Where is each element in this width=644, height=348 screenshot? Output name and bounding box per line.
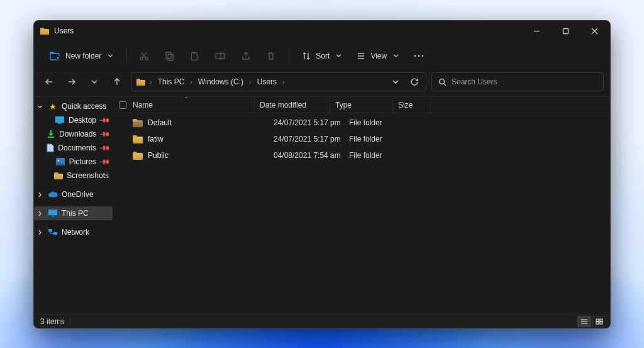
- column-label: Size: [398, 101, 413, 109]
- ellipsis-icon: [414, 54, 424, 58]
- breadcrumb-segment[interactable]: This PC: [154, 76, 189, 87]
- separator: [289, 49, 289, 63]
- pin-icon: 📌: [99, 142, 110, 154]
- chevron-right-icon: ›: [282, 78, 286, 86]
- tree-item-pictures[interactable]: Pictures 📌: [34, 155, 113, 169]
- separator: [126, 49, 126, 63]
- tree-quick-access[interactable]: ★ Quick access: [34, 99, 113, 113]
- svg-point-24: [440, 79, 445, 84]
- view-button[interactable]: View: [350, 45, 405, 67]
- chevron-right-icon: [35, 230, 44, 235]
- column-header-date[interactable]: Date modified: [255, 97, 330, 113]
- thumbnails-view-button[interactable]: [592, 316, 606, 327]
- svg-rect-31: [48, 210, 57, 215]
- tree-this-pc[interactable]: This PC: [34, 206, 113, 220]
- chevron-right-icon: [35, 211, 44, 216]
- address-bar[interactable]: › This PC › Windows (C:) › Users ›: [131, 72, 426, 91]
- trash-icon: [266, 51, 276, 61]
- maximize-button[interactable]: [551, 21, 580, 40]
- cloud-icon: [48, 189, 58, 199]
- pin-icon: 📌: [99, 115, 110, 126]
- address-history-button[interactable]: [387, 73, 404, 91]
- star-icon: ★: [48, 101, 58, 111]
- column-headers: Name ˄ Date modified Type Size: [113, 97, 610, 113]
- title-bar[interactable]: Users: [34, 21, 610, 41]
- separator: [70, 318, 70, 325]
- delete-button[interactable]: [260, 45, 282, 67]
- svg-rect-33: [48, 229, 52, 232]
- back-button[interactable]: [40, 73, 58, 91]
- chevron-right-icon: ›: [149, 78, 153, 86]
- breadcrumb-segment[interactable]: Windows (C:): [194, 76, 247, 87]
- breadcrumb-label: This PC: [158, 77, 185, 86]
- chevron-right-icon: ›: [189, 78, 193, 86]
- tree-label: Desktop: [69, 116, 96, 125]
- clipboard-icon: [189, 51, 199, 61]
- svg-rect-13: [168, 54, 173, 60]
- column-header-name[interactable]: Name ˄: [119, 97, 255, 113]
- cut-button[interactable]: [133, 45, 155, 67]
- file-date: 04/08/2021 7:54 am: [269, 151, 344, 160]
- table-row[interactable]: fatiw24/07/2021 5:17 pmFile folder: [113, 131, 610, 147]
- svg-point-21: [414, 55, 416, 56]
- sort-button[interactable]: Sort: [296, 45, 348, 67]
- svg-rect-12: [166, 52, 171, 59]
- file-name: fatiw: [148, 135, 164, 143]
- svg-rect-28: [48, 137, 54, 138]
- chevron-down-icon: [336, 53, 341, 59]
- tree-item-screenshots[interactable]: Screenshots: [34, 169, 113, 182]
- select-all-checkbox[interactable]: [119, 101, 126, 109]
- minimize-button[interactable]: [522, 21, 551, 40]
- close-button[interactable]: [580, 21, 609, 40]
- svg-rect-26: [55, 116, 64, 123]
- command-bar: New folder: [34, 41, 610, 71]
- tree-label: Documents: [58, 143, 96, 152]
- new-folder-button[interactable]: New folder: [43, 45, 119, 67]
- folder-icon: [40, 28, 49, 35]
- sort-icon: [302, 52, 311, 60]
- svg-rect-1: [563, 28, 568, 33]
- chevron-down-icon: [108, 53, 113, 59]
- up-button[interactable]: [108, 73, 126, 91]
- svg-point-30: [57, 160, 59, 162]
- network-icon: [48, 227, 58, 237]
- search-box[interactable]: [431, 72, 604, 91]
- copy-button[interactable]: [158, 45, 180, 67]
- svg-rect-15: [193, 52, 196, 53]
- search-icon: [438, 78, 447, 86]
- rename-button[interactable]: [208, 45, 232, 67]
- column-label: Type: [335, 101, 352, 109]
- table-row[interactable]: Public04/08/2021 7:54 amFile folder: [113, 147, 610, 164]
- breadcrumb-segment[interactable]: Users: [253, 76, 280, 87]
- column-header-size[interactable]: Size: [393, 97, 431, 113]
- pin-icon: 📌: [99, 128, 111, 140]
- new-folder-label: New folder: [65, 52, 101, 60]
- tree-item-documents[interactable]: Documents 📌: [34, 141, 113, 155]
- pictures-icon: [55, 157, 65, 167]
- tree-label: Pictures: [69, 157, 96, 166]
- file-type: File folder: [344, 118, 407, 127]
- tree-network[interactable]: Network: [34, 225, 113, 239]
- forward-button[interactable]: [63, 73, 80, 91]
- table-row[interactable]: Default24/07/2021 5:17 pmFile folder: [113, 115, 610, 131]
- recent-locations-button[interactable]: [86, 73, 103, 91]
- search-input[interactable]: [452, 77, 597, 86]
- details-view-button[interactable]: [577, 316, 591, 327]
- share-icon: [241, 51, 251, 61]
- svg-rect-16: [216, 53, 225, 59]
- paste-button[interactable]: [183, 45, 206, 67]
- scissors-icon: [139, 51, 149, 61]
- refresh-button[interactable]: [406, 73, 423, 91]
- view-label: View: [370, 52, 387, 60]
- file-date: 24/07/2021 5:17 pm: [269, 135, 344, 143]
- more-button[interactable]: [408, 45, 430, 67]
- file-list: Name ˄ Date modified Type Size Default24…: [113, 97, 610, 314]
- tree-onedrive[interactable]: OneDrive: [34, 188, 113, 201]
- tree-item-desktop[interactable]: Desktop 📌: [34, 113, 113, 127]
- column-header-type[interactable]: Type: [330, 97, 393, 113]
- file-name: Public: [148, 151, 169, 160]
- breadcrumb-label: Windows (C:): [198, 77, 243, 86]
- share-button[interactable]: [235, 45, 257, 67]
- window-title: Users: [54, 26, 74, 35]
- tree-item-downloads[interactable]: Downloads 📌: [34, 127, 113, 141]
